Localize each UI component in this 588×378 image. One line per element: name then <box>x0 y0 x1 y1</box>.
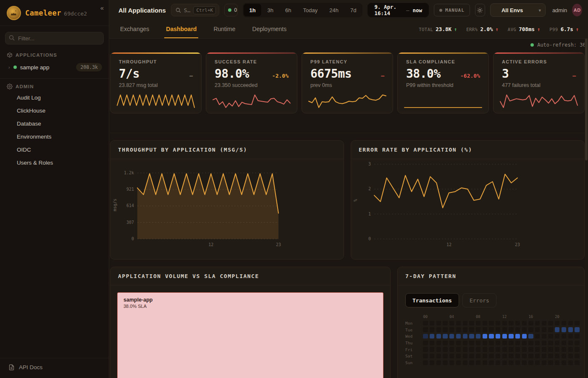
heatmap-cell[interactable] <box>562 360 566 365</box>
heatmap-cell[interactable] <box>542 334 546 339</box>
chevron-right-icon[interactable]: › <box>8 65 10 70</box>
heatmap-cell[interactable] <box>483 321 487 326</box>
theme-toggle-button[interactable] <box>475 4 485 16</box>
heatmap-cell[interactable] <box>548 327 553 332</box>
heatmap-cell[interactable] <box>502 341 507 345</box>
env-select[interactable]: All Envs ▾ <box>490 3 546 17</box>
heatmap-cell[interactable] <box>463 327 467 332</box>
heatmap-cell[interactable] <box>489 327 494 332</box>
heatmap-cell[interactable] <box>515 354 520 358</box>
heatmap-cell[interactable] <box>443 360 447 365</box>
heatmap-cell[interactable] <box>483 360 487 365</box>
search-box[interactable]: S… Ctrl+K <box>171 4 219 16</box>
heatmap-cell[interactable] <box>502 321 507 326</box>
sidebar-item-api-docs[interactable]: API Docs <box>0 358 109 378</box>
heatmap-cell[interactable] <box>436 341 441 345</box>
heatmap-cell[interactable] <box>436 347 441 352</box>
heatmap-cell[interactable] <box>430 321 434 326</box>
heatmap-cell[interactable] <box>463 321 467 326</box>
heatmap-cell[interactable] <box>456 321 461 326</box>
heatmap-cell[interactable] <box>509 341 513 345</box>
heatmap-cell[interactable] <box>555 321 559 326</box>
range-button-today[interactable]: Today <box>298 4 323 16</box>
kpi-card-active-errors[interactable]: ACTIVE ERRORS3–477 failures total <box>493 52 585 113</box>
heatmap-cell[interactable] <box>535 341 540 345</box>
heatmap-cell[interactable] <box>496 321 500 326</box>
heatmap-cell[interactable] <box>515 341 520 345</box>
heatmap-cell[interactable] <box>456 341 461 345</box>
heatmap-cell[interactable] <box>476 327 480 332</box>
heatmap-cell[interactable] <box>562 327 566 332</box>
kpi-card-success-rate[interactable]: SUCCESS RATE98.0%-2.0%23.350 succeeded <box>206 52 297 113</box>
heatmap-cell[interactable] <box>509 354 513 358</box>
heatmap-cell[interactable] <box>562 334 566 339</box>
heatmap-cell[interactable] <box>469 334 474 339</box>
heatmap-cell[interactable] <box>568 360 573 365</box>
heatmap-cell[interactable] <box>535 360 540 365</box>
heatmap-cell[interactable] <box>430 354 434 358</box>
heatmap-cell[interactable] <box>456 327 461 332</box>
sidebar-item-environments[interactable]: Environments <box>0 130 109 143</box>
heatmap-cell[interactable] <box>528 321 533 326</box>
heatmap-cell[interactable] <box>562 321 566 326</box>
heatmap-cell[interactable] <box>430 360 434 365</box>
heatmap-cell[interactable] <box>575 354 579 358</box>
heatmap-cell[interactable] <box>522 327 527 332</box>
heatmap-cell[interactable] <box>443 321 447 326</box>
pattern-toggle-errors[interactable]: Errors <box>462 293 496 307</box>
heatmap-cell[interactable] <box>443 354 447 358</box>
heatmap-cell[interactable] <box>515 360 520 365</box>
range-button-7d[interactable]: 7d <box>345 4 362 16</box>
heatmap-cell[interactable] <box>423 347 428 352</box>
heatmap-cell[interactable] <box>483 341 487 345</box>
heatmap-cell[interactable] <box>423 341 428 345</box>
range-button-6h[interactable]: 6h <box>280 4 297 16</box>
tab-exchanges[interactable]: Exchanges <box>118 20 151 38</box>
heatmap-cell[interactable] <box>496 327 500 332</box>
heatmap-cell[interactable] <box>469 321 474 326</box>
heatmap-cell[interactable] <box>449 360 454 365</box>
heatmap-cell[interactable] <box>449 327 454 332</box>
heatmap-cell[interactable] <box>443 341 447 345</box>
heatmap-cell[interactable] <box>463 354 467 358</box>
heatmap-cell[interactable] <box>509 327 513 332</box>
scrollbar[interactable] <box>585 39 588 378</box>
heatmap-cell[interactable] <box>535 327 540 332</box>
heatmap-cell[interactable] <box>528 354 533 358</box>
heatmap-cell[interactable] <box>502 360 507 365</box>
heatmap-cell[interactable] <box>575 321 579 326</box>
heatmap-cell[interactable] <box>542 354 546 358</box>
heatmap-cell[interactable] <box>423 327 428 332</box>
heatmap-cell[interactable] <box>535 321 540 326</box>
heatmap-cell[interactable] <box>496 341 500 345</box>
heatmap-cell[interactable] <box>522 321 527 326</box>
heatmap-cell[interactable] <box>423 360 428 365</box>
heatmap-cell[interactable] <box>496 347 500 352</box>
heatmap-cell[interactable] <box>555 347 559 352</box>
sidebar-item-database[interactable]: Database <box>0 117 109 130</box>
heatmap-cell[interactable] <box>476 360 480 365</box>
heatmap-cell[interactable] <box>456 334 461 339</box>
heatmap-cell[interactable] <box>568 327 573 332</box>
heatmap-cell[interactable] <box>575 347 579 352</box>
heatmap-cell[interactable] <box>476 354 480 358</box>
heatmap-cell[interactable] <box>489 341 494 345</box>
heatmap-cell[interactable] <box>522 347 527 352</box>
heatmap-cell[interactable] <box>449 354 454 358</box>
heatmap-cell[interactable] <box>575 360 579 365</box>
heatmap-cell[interactable] <box>548 347 553 352</box>
heatmap-cell[interactable] <box>528 347 533 352</box>
heatmap-cell[interactable] <box>528 334 533 339</box>
heatmap-cell[interactable] <box>568 341 573 345</box>
heatmap-cell[interactable] <box>548 334 553 339</box>
treemap-node-sample-app[interactable]: sample-app 38.0% SLA <box>117 292 383 378</box>
heatmap-cell[interactable] <box>555 341 559 345</box>
manual-refresh-button[interactable]: MANUAL <box>434 4 470 16</box>
heatmap-cell[interactable] <box>575 334 579 339</box>
heatmap-cell[interactable] <box>430 341 434 345</box>
heatmap-cell[interactable] <box>509 360 513 365</box>
heatmap-cell[interactable] <box>522 354 527 358</box>
heatmap-cell[interactable] <box>515 334 520 339</box>
heatmap-cell[interactable] <box>483 327 487 332</box>
scrollbar-thumb[interactable] <box>585 39 588 160</box>
